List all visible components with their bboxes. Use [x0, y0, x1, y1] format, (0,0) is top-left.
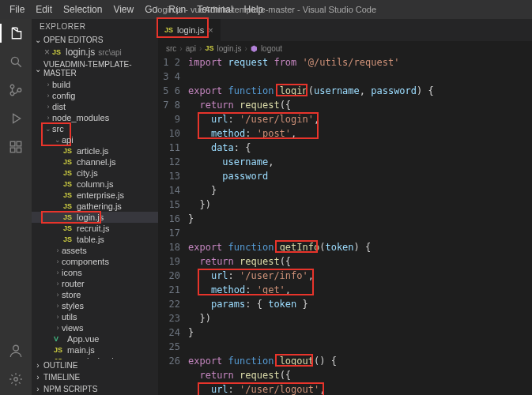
close-icon[interactable]: × [208, 25, 213, 35]
svg-point-9 [14, 378, 18, 382]
breadcrumb[interactable]: src› api› JS login.js› ⬢logout [158, 41, 532, 55]
folder-item[interactable]: ›icons [32, 267, 158, 278]
editor-tabs: JS login.js × [158, 19, 532, 41]
file-item[interactable]: JSpermission.js [32, 356, 158, 359]
js-icon: JS [52, 48, 63, 56]
file-item[interactable]: JSlogin.js [32, 212, 158, 223]
js-icon: JS [63, 158, 74, 166]
vue-icon: V [54, 335, 65, 343]
npm-header[interactable]: ›NPM SCRIPTS [32, 383, 158, 395]
folder-item[interactable]: ›styles [32, 300, 158, 311]
file-item[interactable]: JSmain.js [32, 344, 158, 356]
js-icon: JS [54, 346, 65, 354]
svg-rect-6 [10, 148, 15, 152]
folder-item[interactable]: ⌄api [32, 134, 158, 145]
file-item[interactable]: JSgathering.js [32, 201, 158, 212]
line-numbers: 1 2 3 4 5 6 7 8 9 10 11 12 13 14 15 16 1… [158, 55, 188, 395]
file-item[interactable]: JSchannel.js [32, 156, 158, 167]
folder-item[interactable]: ›components [32, 256, 158, 267]
js-icon: JS [63, 169, 74, 177]
js-icon: JS [63, 213, 74, 221]
menu-selection[interactable]: Selection [58, 2, 107, 17]
menu-edit[interactable]: Edit [31, 2, 57, 17]
folder-item[interactable]: ›assets [32, 245, 158, 256]
settings-icon[interactable] [6, 370, 25, 389]
code-editor[interactable]: 1 2 3 4 5 6 7 8 9 10 11 12 13 14 15 16 1… [158, 55, 532, 395]
folder-item[interactable]: ›dist [32, 101, 158, 112]
file-tree: ›build›config›dist›node_modules⌄src⌄apiJ… [32, 79, 158, 359]
window-title: login.js - vueAdmin-template-master - Vi… [156, 5, 376, 14]
js-icon: JS [63, 191, 74, 199]
js-icon: JS [63, 202, 74, 210]
extensions-icon[interactable] [6, 137, 25, 156]
editor-tab[interactable]: JS login.js × [158, 19, 221, 41]
close-icon[interactable]: × [44, 47, 52, 58]
code-body[interactable]: import request from '@/utils/request' ex… [188, 55, 532, 395]
file-item[interactable]: JSarticle.js [32, 145, 158, 156]
source-control-icon[interactable] [6, 81, 25, 100]
project-header[interactable]: ⌄VUEADMIN-TEMPLATE-MASTER [32, 58, 158, 79]
svg-point-2 [10, 92, 14, 96]
svg-point-1 [10, 85, 14, 88]
folder-item[interactable]: ›router [32, 278, 158, 289]
folder-item[interactable]: ›node_modules [32, 112, 158, 123]
js-icon: JS [63, 180, 74, 188]
js-icon: JS [63, 224, 74, 232]
title-bar: File Edit Selection View Go Run Terminal… [0, 0, 532, 19]
open-editors-header[interactable]: ⌄OPEN EDITORS [32, 34, 158, 46]
open-editor-item[interactable]: × JS login.js src\api [32, 46, 158, 58]
svg-rect-4 [10, 141, 15, 146]
debug-icon[interactable] [6, 109, 25, 128]
activity-bar [0, 19, 32, 395]
sidebar: EXPLORER ⌄OPEN EDITORS × JS login.js src… [32, 19, 158, 395]
js-icon: JS [205, 44, 213, 52]
folder-item[interactable]: ›views [32, 322, 158, 333]
timeline-header[interactable]: ›TIMELINE [32, 371, 158, 383]
file-item[interactable]: JScolumn.js [32, 179, 158, 190]
svg-point-0 [11, 57, 18, 64]
folder-item[interactable]: ›build [32, 79, 158, 90]
folder-item[interactable]: ›store [32, 289, 158, 300]
folder-item[interactable]: ›config [32, 90, 158, 101]
file-item[interactable]: JStable.js [32, 234, 158, 245]
js-icon: JS [54, 357, 65, 359]
account-icon[interactable] [6, 341, 25, 360]
svg-rect-5 [17, 141, 21, 146]
js-icon: JS [164, 26, 173, 34]
js-icon: JS [63, 235, 74, 243]
svg-rect-7 [17, 148, 21, 152]
folder-item[interactable]: ⌄src [32, 123, 158, 134]
sidebar-title: EXPLORER [32, 19, 158, 34]
file-item[interactable]: JSenterprise.js [32, 190, 158, 201]
outline-header[interactable]: ›OUTLINE [32, 359, 158, 371]
search-icon[interactable] [6, 52, 25, 71]
file-item[interactable]: JSrecruit.js [32, 223, 158, 234]
menu-view[interactable]: View [108, 2, 138, 17]
file-item[interactable]: VApp.vue [32, 333, 158, 344]
file-item[interactable]: JScity.js [32, 167, 158, 179]
js-icon: JS [63, 147, 74, 155]
svg-point-8 [13, 345, 19, 351]
explorer-icon[interactable] [0, 24, 32, 43]
folder-item[interactable]: ›utils [32, 311, 158, 322]
menu-file[interactable]: File [5, 2, 29, 17]
